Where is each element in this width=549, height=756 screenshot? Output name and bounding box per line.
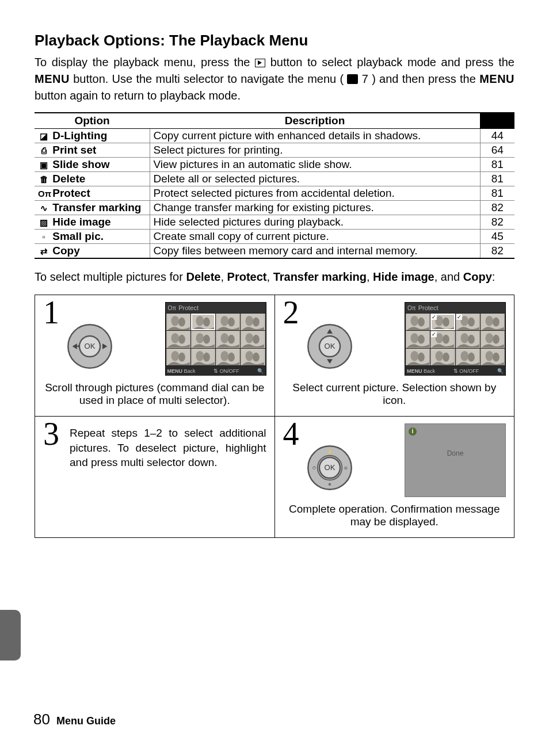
thumbnail: ✓ [456, 314, 480, 330]
thumbnail [456, 349, 480, 365]
svg-text:OK: OK [85, 342, 96, 350]
lcd-done-label: Done [405, 449, 505, 457]
intro-text: ) and then press the [372, 72, 479, 85]
step-number: 2 [283, 296, 299, 329]
thumbnail [241, 349, 265, 365]
step-caption: Select current picture. Selection shown … [283, 381, 506, 407]
svg-point-41 [246, 351, 254, 361]
table-row: ▨ Hide imageHide selected pictures durin… [35, 215, 514, 230]
option-name: Slide show [52, 158, 109, 170]
protect-icon: Oπ [38, 189, 49, 198]
svg-point-56 [468, 318, 475, 327]
table-row: ∿ Transfer markingChange transfer markin… [35, 201, 514, 215]
lcd-menu-label: MENU [167, 368, 183, 374]
svg-point-30 [253, 335, 260, 344]
svg-point-14 [220, 316, 228, 326]
intro-text: To display the playback menu, press the [35, 56, 255, 68]
selection-check-icon: ✓ [456, 314, 462, 320]
svg-point-61 [410, 333, 418, 343]
lcd-onoff-label: ON/OFF [220, 368, 239, 374]
option-page: 82 [480, 244, 514, 259]
option-name: D-Lighting [52, 129, 107, 142]
multi-selector-icon: OK [306, 323, 353, 370]
thumbnail [430, 349, 455, 365]
zoom-icon: 🔍 [257, 368, 264, 374]
print-icon: ⎙ [38, 146, 49, 155]
option-name: Delete [52, 173, 85, 185]
bold-hide: Hide image [373, 270, 434, 283]
page-title: Playback Options: The Playback Menu [35, 32, 514, 49]
step-caption: Scroll through pictures (command dial ca… [43, 381, 266, 407]
multi-select-paragraph: To select multiple pictures for Delete, … [35, 268, 514, 285]
svg-text:OK: OK [324, 463, 335, 472]
camera-lcd-screen: OπProtect ✓✓✓ MENU Back ⇅ ON/OFF 🔍 [405, 302, 506, 376]
lcd-title: Protect [178, 304, 199, 311]
camera-lcd-done-screen: i Done [405, 423, 506, 497]
svg-point-39 [228, 353, 235, 362]
option-name: Transfer marking [52, 201, 141, 213]
step-2: 2 OK OπProtect ✓✓✓ MENU Back ⇅ ON/OFF 🔍 [275, 295, 514, 417]
thumbnail [166, 349, 190, 365]
selection-check-icon: ✓ [431, 331, 437, 337]
svg-point-15 [228, 318, 235, 327]
thumbnail [166, 314, 190, 330]
svg-point-9 [178, 318, 185, 327]
thumbnail [481, 314, 505, 330]
svg-point-50 [418, 318, 425, 327]
svg-point-76 [436, 351, 444, 361]
step-4: 4 OK ⚡ ❀ ⏱ ⊞ i Done Complete operation. [275, 417, 514, 537]
svg-point-27 [228, 335, 235, 344]
svg-point-59 [493, 318, 500, 327]
svg-point-80 [468, 353, 475, 362]
option-description: Protect selected pictures from accidenta… [150, 186, 480, 201]
intro-text: button again to return to playback mode. [35, 89, 241, 102]
option-description: Delete all or selected pictures. [150, 172, 480, 186]
option-name: Small pic. [52, 230, 104, 242]
intro-text: button. Use the multi selector to naviga… [73, 72, 344, 85]
protect-key-icon: Oπ [168, 305, 177, 311]
lcd-onoff-label: ON/OFF [459, 368, 479, 374]
step-text: Repeat steps 1–2 to select additional pi… [70, 423, 266, 470]
option-name: Print set [52, 144, 96, 156]
option-page: 82 [480, 201, 514, 215]
svg-text:⊞: ⊞ [344, 465, 347, 471]
col-header-description: Description [150, 113, 480, 129]
lcd-title: Protect [418, 304, 439, 311]
option-page: 81 [480, 186, 514, 201]
table-row: ▣ Slide showView pictures in an automati… [35, 158, 514, 172]
svg-point-8 [171, 316, 179, 326]
thumbnail [191, 349, 215, 365]
transfer-icon: ∿ [38, 203, 49, 213]
lcd-menu-label: MENU [407, 368, 422, 374]
table-row: 🗑 DeleteDelete all or selected pictures.… [35, 172, 514, 186]
option-page: 44 [480, 129, 514, 143]
step-1: 1 OK ◄ ► OπProtect MENU Back ⇅ ON/OF [35, 295, 275, 417]
smallpic-icon: ▫ [38, 232, 49, 242]
thumbnail [406, 314, 430, 330]
bold-protect: Protect [227, 270, 267, 283]
svg-point-74 [418, 353, 425, 362]
option-page: 64 [480, 143, 514, 158]
option-description: Create small copy of current picture. [150, 230, 480, 244]
svg-point-35 [196, 351, 204, 361]
delete-icon: 🗑 [38, 174, 49, 184]
thumbnail [241, 331, 265, 348]
svg-point-65 [443, 335, 449, 344]
option-description: Copy current picture with enhanced detai… [150, 129, 480, 143]
svg-point-26 [220, 333, 228, 343]
lcd-back-label: Back [424, 368, 435, 374]
thumbnail [406, 349, 430, 365]
thumbnail [216, 314, 240, 330]
thumbnail [406, 331, 430, 348]
page-footer: 80 Menu Guide [33, 711, 116, 728]
svg-point-68 [468, 335, 475, 344]
protect-key-icon: Oπ [407, 305, 416, 311]
svg-point-62 [418, 335, 425, 344]
step-number: 3 [43, 418, 59, 450]
step-number: 1 [43, 296, 59, 329]
col-header-page-icon [480, 113, 514, 129]
svg-point-33 [178, 353, 185, 362]
thumbnail: ✓ [430, 331, 455, 348]
intro-text: button to select playback mode and press… [270, 56, 514, 68]
intro-paragraph: To display the playback menu, press the … [35, 54, 514, 104]
